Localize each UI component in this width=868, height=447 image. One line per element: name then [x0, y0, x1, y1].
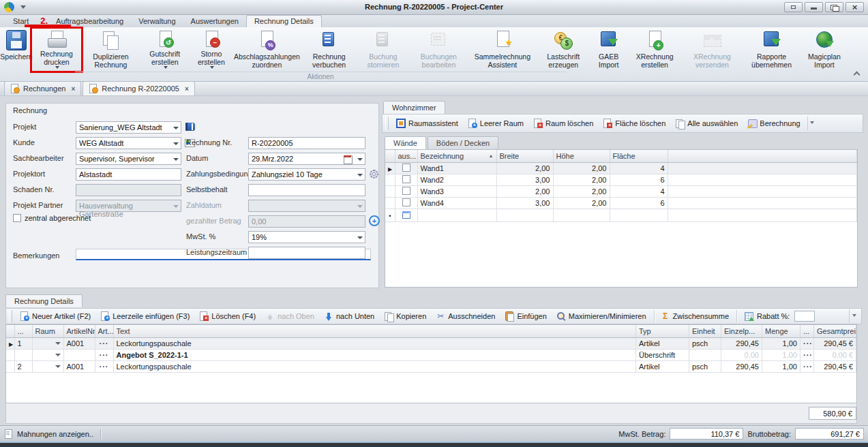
window-control-button[interactable]	[805, 2, 823, 12]
artikel-browse-cell[interactable]: ···	[95, 349, 113, 360]
details-toolbar-button[interactable]: Leerzeile einfügen (F3)	[96, 310, 194, 322]
ellipsis-button[interactable]: ···	[100, 363, 109, 371]
wall-checkbox[interactable]	[402, 164, 410, 172]
artikel-browse-cell[interactable]: ···	[95, 337, 113, 349]
ribbon-button[interactable]: Magicplan Import	[801, 28, 848, 72]
einheit-cell[interactable]	[689, 349, 721, 360]
ribbon-button[interactable]: Sammelrechnung Assistent	[468, 28, 537, 72]
new-wall-row[interactable]: •	[385, 209, 857, 221]
wall-name-cell[interactable]: Wand1	[417, 162, 496, 174]
col-aus[interactable]: aus...	[395, 150, 417, 162]
datum-input[interactable]: 29.Mrz.2022	[248, 153, 365, 165]
toolbar-grip[interactable]	[385, 117, 389, 129]
ribbon-button[interactable]: Rechnung verbuchen	[301, 28, 357, 72]
wall-name-cell[interactable]: Wand2	[417, 174, 496, 185]
wall-row[interactable]: ▶ Wand1 2,00 2,00 4	[385, 162, 857, 174]
wall-checkbox[interactable]	[402, 175, 410, 183]
col-text[interactable]: Text	[113, 325, 636, 337]
ribbon-button[interactable]: Rapporte übernehmen	[742, 28, 800, 72]
leistungszeitraum-input[interactable]	[248, 247, 365, 259]
room-toolbar-button[interactable]: Leerer Raum	[464, 117, 528, 129]
close-tab-icon[interactable]: ×	[183, 85, 189, 93]
ribbon-button[interactable]: Gutschrift erstellen	[140, 28, 190, 72]
wall-hoehe-cell[interactable]: 2,00	[553, 162, 610, 174]
room-toolbar-button[interactable]: Raumassistent	[392, 117, 462, 129]
einzelpreis-cell[interactable]: 290,45	[721, 337, 762, 349]
wall-breite-cell[interactable]: 3,00	[496, 197, 553, 209]
ribbon-button[interactable]: Buchungen bearbeiten	[409, 28, 468, 72]
projektort-input[interactable]: Alstastadt	[76, 168, 181, 181]
ellipsis-button[interactable]: ···	[803, 363, 813, 371]
projekt-select[interactable]: Sanierung_WEG Altstadt	[76, 121, 181, 134]
mahnungen-link[interactable]: Mahnungen anzeigen..	[4, 429, 93, 439]
details-toolbar-button[interactable]: Einfügen	[500, 310, 550, 322]
ribbon-button[interactable]: Rechnung drucken	[31, 28, 82, 72]
room-toolbar-button[interactable]: Alle auswählen	[671, 117, 742, 129]
wall-select-cell[interactable]	[395, 174, 417, 185]
ribbon-button[interactable]: Buchung stornieren	[357, 28, 409, 72]
typ-cell[interactable]: Artikel	[636, 337, 689, 349]
artikel-browse-cell[interactable]: ···	[95, 360, 113, 372]
wall-row[interactable]: ▶ Wand4 3,00 2,00 6	[385, 197, 857, 209]
wall-checkbox[interactable]	[402, 187, 410, 195]
row-browse-cell[interactable]: ···	[800, 337, 814, 349]
position-cell[interactable]: 1	[14, 337, 32, 349]
wall-row[interactable]: ▶ Wand3 2,00 2,00 4	[385, 185, 857, 197]
details-toolbar-button[interactable]: Kopieren	[380, 310, 430, 322]
ribbon-button[interactable]: Lastschrift erzeugen	[537, 28, 590, 72]
invoice-item-row[interactable]: ▶ ··· Angebot S_2022-1-1 Überschrift 0,0…	[6, 349, 856, 360]
room-toolbar-button[interactable]: Raum löschen	[529, 117, 597, 129]
col-breite[interactable]: Breite	[496, 150, 553, 162]
wall-flaeche-cell[interactable]: 6	[610, 197, 668, 209]
ribbon-button[interactable]: Storno erstellen	[190, 28, 233, 72]
text-cell[interactable]: Leckortungspauschale	[113, 337, 636, 349]
einheit-cell[interactable]: psch	[689, 360, 721, 372]
artikelnr-cell[interactable]	[63, 349, 95, 360]
einheit-cell[interactable]: psch	[689, 337, 721, 349]
wall-select-cell[interactable]	[395, 162, 417, 174]
menge-cell[interactable]: 1,00	[762, 337, 800, 349]
details-toolbar-button[interactable]: nach Unten	[320, 310, 378, 322]
artikelnr-cell[interactable]: A001	[63, 337, 95, 349]
col-dots1[interactable]: ...	[14, 325, 32, 337]
col-typ[interactable]: Typ	[636, 325, 689, 337]
wall-breite-cell[interactable]: 3,00	[496, 174, 553, 185]
col-einheit[interactable]: Einheit	[689, 325, 721, 337]
close-tab-icon[interactable]: ×	[69, 85, 75, 93]
details-toolbar-button[interactable]: Zwischensumme	[657, 310, 734, 322]
details-toolbar-button[interactable]: Ausschneiden	[432, 310, 499, 322]
col-menge[interactable]: Menge	[762, 325, 800, 337]
text-cell[interactable]: Angebot S_2022-1-1	[113, 349, 636, 360]
ellipsis-button[interactable]: ···	[100, 351, 109, 359]
room-toolbar-button[interactable]: Berechnung	[743, 117, 804, 129]
position-cell[interactable]	[14, 349, 32, 360]
col-dots2[interactable]: ...	[800, 325, 814, 337]
calendar-icon[interactable]	[343, 155, 353, 164]
col-art[interactable]: Art...	[95, 325, 113, 337]
tab-verwaltung[interactable]: Verwaltung	[131, 16, 183, 27]
new-row-icon-cell[interactable]	[395, 209, 417, 221]
col-hoehe[interactable]: Höhe	[553, 150, 610, 162]
typ-cell[interactable]: Überschrift	[636, 349, 689, 360]
ellipsis-button[interactable]: ···	[803, 351, 813, 359]
dropdown-arrow-icon[interactable]	[55, 342, 61, 348]
ribbon-button[interactable]: Duplizieren Rechnung	[82, 28, 140, 72]
payment-terms-gear-icon[interactable]	[369, 169, 378, 179]
details-toolbar-button[interactable]: Maximieren/Minimieren	[552, 310, 650, 322]
ribbon-button[interactable]: XRechnung erstellen	[627, 28, 683, 72]
rechnung-nr-input[interactable]: R-20220005	[248, 137, 365, 149]
einzelpreis-cell[interactable]: 0,00	[721, 349, 762, 360]
doc-tab-rechnungen[interactable]: Rechnungen ×	[4, 81, 81, 95]
room-toolbar-button[interactable]: Fläche löschen	[599, 117, 670, 129]
window-control-button[interactable]	[825, 2, 843, 12]
invoice-item-row[interactable]: ▶ 1 A001 ··· Leckortungspauschale Artike…	[6, 337, 856, 349]
wall-flaeche-cell[interactable]: 4	[610, 185, 668, 197]
wall-name-cell[interactable]: Wand4	[417, 197, 496, 209]
wall-flaeche-cell[interactable]: 6	[610, 174, 668, 185]
dropdown-arrow-icon[interactable]	[55, 365, 61, 371]
gesamtpreis-cell[interactable]: 290,45 €	[814, 360, 856, 372]
col-gesamtpreis[interactable]: Gesamtpreis	[814, 325, 856, 337]
wall-breite-cell[interactable]: 2,00	[496, 162, 553, 174]
subtab-waende[interactable]: Wände	[385, 136, 426, 149]
wall-flaeche-cell[interactable]: 4	[610, 162, 668, 174]
